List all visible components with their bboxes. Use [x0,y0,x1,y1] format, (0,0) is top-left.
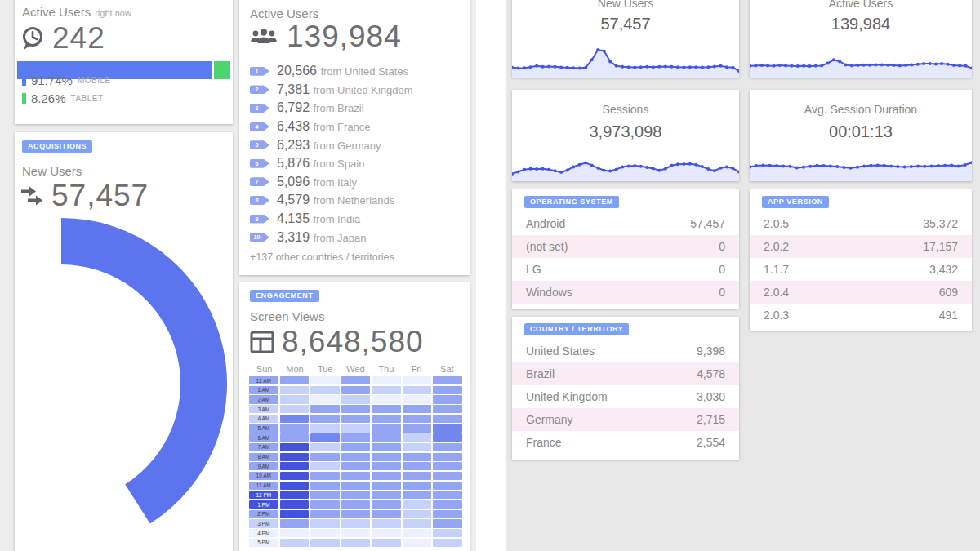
heatmap-cell [341,519,371,527]
metric-title: Avg. Session Duration [750,103,972,116]
row-value: 3,432 [929,263,958,276]
row-value: 17,157 [923,240,958,253]
tablet-label: TABLET [71,94,104,103]
app-version-table: 2.0.535,3722.0.217,1571.1.73,4322.0.4609… [750,212,972,327]
country-users-value: 7,381 [277,82,310,96]
heatmap-cell [341,453,371,461]
country-list-item: 120,566 from United States [250,62,461,81]
metric-card-active-users[interactable]: Active Users 139,984 [750,0,972,78]
heatmap-cell [310,415,340,423]
country-list-item: 94,135 from India [250,210,461,229]
rank-badge-icon: 4 [250,122,270,131]
heatmap-cell [403,433,432,442]
country-territory-table: United States9,398Brazil4,578United King… [512,340,739,454]
country-users-value: 6,438 [277,119,310,133]
country-territory-card[interactable]: COUNTRY / TERRITORY United States9,398Br… [512,317,739,460]
heatmap-cell [341,482,371,490]
heatmap-cell [310,443,340,451]
row-label: (not set) [526,240,568,253]
heatmap-cell [403,415,432,423]
rank-badge-icon: 10 [250,233,270,242]
heatmap-cell [433,519,462,527]
row-value: 3,030 [697,390,725,403]
heatmap-cell [310,519,340,527]
heatmap-cell [372,500,401,509]
table-row: Germany2,715 [512,408,739,431]
heatmap-cell: 1 PM [249,500,278,509]
heatmap-cell: 3 PM [249,519,278,527]
row-label: Windows [526,286,572,299]
day-label: Wed [341,364,371,374]
heatmap-cell [341,529,371,537]
heatmap-cell [341,415,371,423]
heatmap-cell [403,453,432,461]
heatmap-cell [280,443,310,451]
heatmap-cell [280,500,310,509]
row-value: 57,457 [690,217,725,230]
mobile-swatch-icon [22,75,26,86]
metric-card-sessions[interactable]: Sessions 3,973,098 [512,90,739,181]
mobile-legend: 91.74% MOBILE [22,73,111,87]
row-label: France [526,436,562,449]
country-label: from United States [320,65,408,78]
heatmap-cell [341,539,371,547]
heatmap-cell: 5 PM [249,539,278,547]
country-label: from Japan [314,232,367,244]
acquisitions-new-users-card[interactable]: ACQUISITIONS New Users 57,457 [15,132,233,551]
heatmap-cell [403,491,432,499]
realtime-clock-icon [20,25,45,51]
heatmap-cell [341,405,371,413]
row-value: 491 [939,309,958,322]
rank-badge-icon: 1 [250,67,270,76]
other-countries-footer: +137 other countries / territories [250,251,461,263]
rank-badge-icon: 3 [250,104,270,113]
heatmap-cell [280,433,310,442]
heatmap-cell [433,529,462,537]
people-icon [249,27,278,47]
new-users-sparkline-chart [512,43,739,78]
metric-value: 139,984 [750,15,972,33]
heatmap-cell: 4 PM [249,529,278,537]
heatmap-cell [372,443,401,451]
app-version-card[interactable]: APP VERSION 2.0.535,3722.0.217,1571.1.73… [750,189,972,331]
mobile-pct: 91.74% [31,73,73,87]
table-row: 2.0.217,157 [750,235,972,258]
country-list-item: 56,293 from Germany [250,136,461,154]
heatmap-cell [310,529,340,537]
heatmap-cell [403,405,432,413]
heatmap-cell [341,443,371,451]
operating-system-card[interactable]: OPERATING SYSTEM Android57,457(not set)0… [512,189,739,309]
row-label: 2.0.4 [764,286,789,299]
heatmap-cell [433,453,462,461]
heatmap-cell [403,443,432,451]
metric-card-session-duration[interactable]: Avg. Session Duration 00:01:13 [750,90,972,181]
country-label: from Spain [314,158,365,170]
heatmap-cell [280,482,310,490]
country-label: from Netherlands [314,194,395,207]
heatmap-cell [280,453,310,461]
active-users-sparkline-chart [750,43,972,78]
row-value: 2,715 [697,413,725,426]
heatmap-cell [433,510,462,518]
row-label: Brazil [526,367,555,380]
row-label: 2.0.5 [764,217,789,230]
realtime-active-users-card[interactable]: Active Usersright now 242 91.74% MOBILE … [15,0,233,124]
heatmap-cell: 7 AM [249,443,278,451]
heatmap-cell [403,424,432,432]
day-label: Sun [249,364,279,374]
table-row: France2,554 [512,431,739,454]
table-row: Brazil4,578 [512,362,739,385]
heatmap-cell [403,376,432,384]
active-users-geo-card[interactable]: Active Users 139,984 120,566 from United… [239,0,470,275]
metric-card-new-users[interactable]: New Users 57,457 [512,0,739,78]
engagement-screen-views-card[interactable]: ENGAGEMENT Screen Views 8,648,580 SunMon… [239,282,470,551]
country-users-value: 20,566 [277,64,317,78]
day-label: Tue [310,364,341,374]
heatmap-day-header: SunMonTueWedThuFriSat [249,364,462,374]
heatmap-cell [372,539,401,547]
row-label: Germany [526,413,573,426]
country-list-item: 65,876 from Spain [250,154,461,173]
active-users-value: 139,984 [287,20,402,54]
heatmap-cell [372,472,401,480]
realtime-value: 242 [52,21,105,56]
